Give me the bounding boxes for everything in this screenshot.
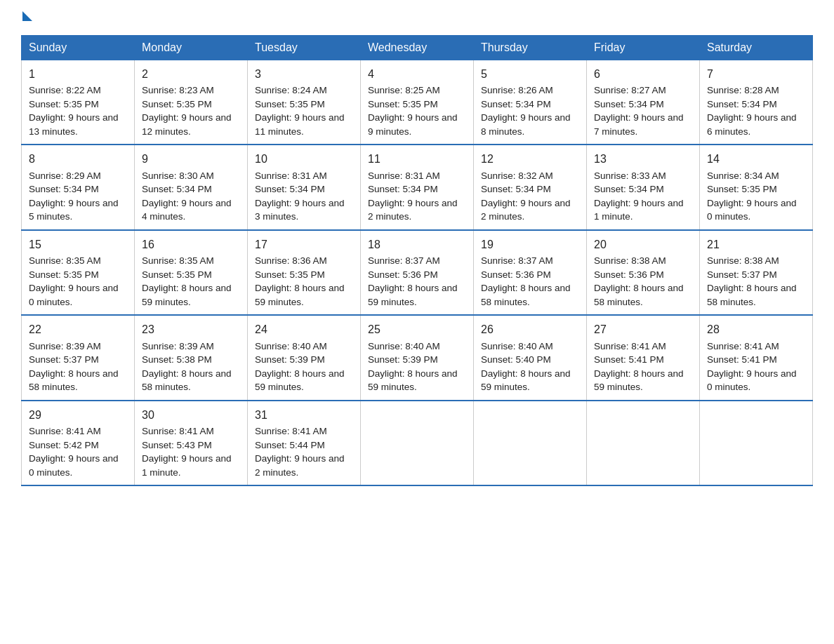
day-number: 14 xyxy=(707,151,805,167)
day-daylight: Daylight: 8 hours and58 minutes. xyxy=(29,368,119,393)
day-daylight: Daylight: 8 hours and59 minutes. xyxy=(255,368,345,393)
calendar-day-cell: 20Sunrise: 8:38 AMSunset: 5:36 PMDayligh… xyxy=(587,230,700,315)
weekday-header-wednesday: Wednesday xyxy=(361,36,474,60)
day-sunset: Sunset: 5:41 PM xyxy=(707,354,777,365)
day-daylight: Daylight: 9 hours and11 minutes. xyxy=(255,112,345,137)
day-sunrise: Sunrise: 8:31 AM xyxy=(368,170,440,181)
calendar-day-cell: 26Sunrise: 8:40 AMSunset: 5:40 PMDayligh… xyxy=(474,315,587,400)
day-sunset: Sunset: 5:34 PM xyxy=(255,184,325,194)
day-sunrise: Sunrise: 8:41 AM xyxy=(707,341,779,351)
weekday-header-thursday: Thursday xyxy=(474,36,587,60)
day-number: 20 xyxy=(594,236,692,253)
calendar-day-cell: 25Sunrise: 8:40 AMSunset: 5:39 PMDayligh… xyxy=(361,315,474,400)
calendar-day-cell: 4Sunrise: 8:25 AMSunset: 5:35 PMDaylight… xyxy=(361,60,474,145)
day-sunrise: Sunrise: 8:36 AM xyxy=(255,255,327,266)
weekday-header-sunday: Sunday xyxy=(22,36,135,60)
day-daylight: Daylight: 9 hours and5 minutes. xyxy=(29,198,119,222)
day-number: 19 xyxy=(481,236,579,253)
day-daylight: Daylight: 9 hours and9 minutes. xyxy=(368,112,458,137)
day-number: 30 xyxy=(142,407,240,423)
day-daylight: Daylight: 8 hours and59 minutes. xyxy=(142,283,232,307)
day-sunset: Sunset: 5:35 PM xyxy=(142,269,212,280)
weekday-header-monday: Monday xyxy=(135,36,248,60)
day-sunset: Sunset: 5:44 PM xyxy=(255,440,325,450)
calendar-day-cell: 1Sunrise: 8:22 AMSunset: 5:35 PMDaylight… xyxy=(22,60,135,145)
day-daylight: Daylight: 9 hours and1 minute. xyxy=(594,198,684,222)
day-sunrise: Sunrise: 8:40 AM xyxy=(368,341,440,351)
day-number: 11 xyxy=(368,151,466,167)
day-daylight: Daylight: 8 hours and58 minutes. xyxy=(142,368,232,393)
day-sunset: Sunset: 5:37 PM xyxy=(707,269,777,280)
calendar-day-cell: 8Sunrise: 8:29 AMSunset: 5:34 PMDaylight… xyxy=(22,145,135,229)
calendar-day-cell: 24Sunrise: 8:40 AMSunset: 5:39 PMDayligh… xyxy=(248,315,361,400)
day-daylight: Daylight: 8 hours and59 minutes. xyxy=(368,283,458,307)
day-sunrise: Sunrise: 8:26 AM xyxy=(481,85,553,95)
calendar-day-cell: 7Sunrise: 8:28 AMSunset: 5:34 PMDaylight… xyxy=(700,60,813,145)
day-sunrise: Sunrise: 8:39 AM xyxy=(29,341,101,351)
calendar-week-row: 29Sunrise: 8:41 AMSunset: 5:42 PMDayligh… xyxy=(22,401,813,485)
day-sunset: Sunset: 5:34 PM xyxy=(481,99,551,109)
day-sunset: Sunset: 5:35 PM xyxy=(29,99,99,109)
day-sunset: Sunset: 5:34 PM xyxy=(481,184,551,194)
day-sunset: Sunset: 5:35 PM xyxy=(255,269,325,280)
day-sunrise: Sunrise: 8:32 AM xyxy=(481,170,553,181)
day-daylight: Daylight: 9 hours and2 minutes. xyxy=(481,198,571,222)
day-number: 10 xyxy=(255,151,353,167)
calendar-day-cell: 2Sunrise: 8:23 AMSunset: 5:35 PMDaylight… xyxy=(135,60,248,145)
calendar-day-cell: 9Sunrise: 8:30 AMSunset: 5:34 PMDaylight… xyxy=(135,145,248,229)
calendar-week-row: 22Sunrise: 8:39 AMSunset: 5:37 PMDayligh… xyxy=(22,315,813,400)
day-sunrise: Sunrise: 8:35 AM xyxy=(142,255,214,266)
day-daylight: Daylight: 8 hours and58 minutes. xyxy=(707,283,797,307)
day-number: 18 xyxy=(368,236,466,253)
logo xyxy=(21,14,32,21)
calendar-day-cell: 23Sunrise: 8:39 AMSunset: 5:38 PMDayligh… xyxy=(135,315,248,400)
calendar-day-cell: 22Sunrise: 8:39 AMSunset: 5:37 PMDayligh… xyxy=(22,315,135,400)
day-daylight: Daylight: 9 hours and0 minutes. xyxy=(29,283,119,307)
day-number: 1 xyxy=(29,66,127,82)
calendar-day-cell: 10Sunrise: 8:31 AMSunset: 5:34 PMDayligh… xyxy=(248,145,361,229)
day-daylight: Daylight: 8 hours and59 minutes. xyxy=(481,368,571,393)
calendar-day-cell: 6Sunrise: 8:27 AMSunset: 5:34 PMDaylight… xyxy=(587,60,700,145)
day-sunset: Sunset: 5:35 PM xyxy=(368,99,438,109)
day-number: 24 xyxy=(255,321,353,337)
calendar-day-cell xyxy=(587,401,700,485)
calendar-day-cell: 30Sunrise: 8:41 AMSunset: 5:43 PMDayligh… xyxy=(135,401,248,485)
day-sunrise: Sunrise: 8:37 AM xyxy=(481,255,553,266)
calendar-day-cell xyxy=(361,401,474,485)
day-number: 15 xyxy=(29,236,127,253)
day-daylight: Daylight: 9 hours and8 minutes. xyxy=(481,112,571,137)
day-sunset: Sunset: 5:39 PM xyxy=(255,354,325,365)
day-number: 17 xyxy=(255,236,353,253)
weekday-header-tuesday: Tuesday xyxy=(248,36,361,60)
calendar-day-cell: 13Sunrise: 8:33 AMSunset: 5:34 PMDayligh… xyxy=(587,145,700,229)
weekday-header-saturday: Saturday xyxy=(700,36,813,60)
day-daylight: Daylight: 9 hours and0 minutes. xyxy=(707,368,797,393)
day-sunset: Sunset: 5:36 PM xyxy=(368,269,438,280)
calendar-day-cell xyxy=(474,401,587,485)
day-sunrise: Sunrise: 8:33 AM xyxy=(594,170,666,181)
day-sunrise: Sunrise: 8:35 AM xyxy=(29,255,101,266)
day-sunset: Sunset: 5:38 PM xyxy=(142,354,212,365)
day-daylight: Daylight: 9 hours and2 minutes. xyxy=(368,198,458,222)
day-number: 27 xyxy=(594,321,692,337)
calendar-day-cell: 11Sunrise: 8:31 AMSunset: 5:34 PMDayligh… xyxy=(361,145,474,229)
day-sunset: Sunset: 5:36 PM xyxy=(594,269,664,280)
day-number: 31 xyxy=(255,407,353,423)
day-sunrise: Sunrise: 8:24 AM xyxy=(255,85,327,95)
day-sunrise: Sunrise: 8:28 AM xyxy=(707,85,779,95)
calendar-week-row: 1Sunrise: 8:22 AMSunset: 5:35 PMDaylight… xyxy=(22,60,813,145)
day-daylight: Daylight: 8 hours and59 minutes. xyxy=(255,283,345,307)
day-sunrise: Sunrise: 8:38 AM xyxy=(707,255,779,266)
day-number: 25 xyxy=(368,321,466,337)
calendar-day-cell: 14Sunrise: 8:34 AMSunset: 5:35 PMDayligh… xyxy=(700,145,813,229)
day-number: 13 xyxy=(594,151,692,167)
weekday-header-friday: Friday xyxy=(587,36,700,60)
day-number: 16 xyxy=(142,236,240,253)
day-number: 12 xyxy=(481,151,579,167)
day-number: 7 xyxy=(707,66,805,82)
day-sunset: Sunset: 5:34 PM xyxy=(594,184,664,194)
day-sunset: Sunset: 5:37 PM xyxy=(29,354,99,365)
day-number: 29 xyxy=(29,407,127,423)
day-sunrise: Sunrise: 8:40 AM xyxy=(481,341,553,351)
day-number: 22 xyxy=(29,321,127,337)
